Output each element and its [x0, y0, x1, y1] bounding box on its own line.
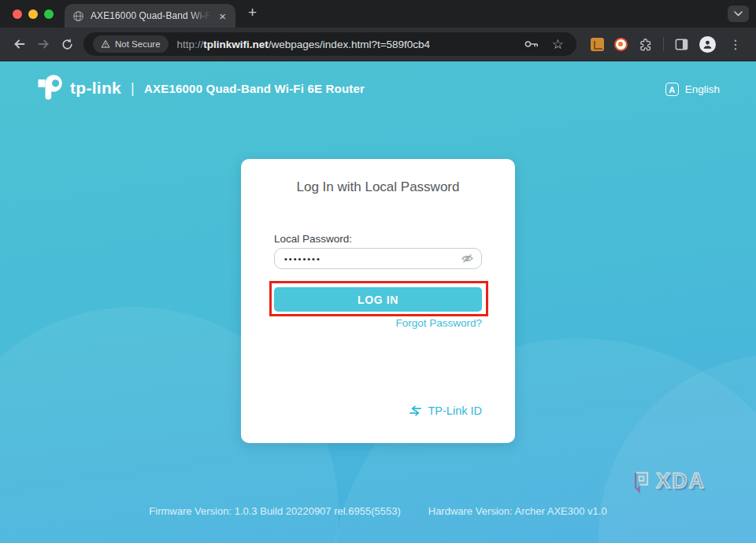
maximize-window-button[interactable] — [44, 9, 54, 19]
globe-favicon-icon — [72, 10, 84, 22]
not-secure-chip[interactable]: Not Secure — [93, 35, 169, 53]
password-input[interactable] — [274, 248, 482, 269]
extension-amber-icon[interactable] — [591, 38, 604, 51]
xda-watermark-text: XDA — [656, 469, 706, 493]
forgot-password-link[interactable]: Forgot Password? — [395, 317, 482, 329]
browser-toolbar: Not Secure http://tplinkwifi.net/webpage… — [0, 28, 756, 61]
url-text: http://tplinkwifi.net/webpages/index.htm… — [177, 39, 522, 50]
tab-title: AXE16000 Quad-Band Wi-Fi — [91, 10, 211, 21]
back-icon[interactable] — [8, 32, 32, 56]
url-domain: tplinkwifi.net — [203, 39, 269, 50]
language-icon: A — [665, 83, 679, 96]
kebab-menu-icon[interactable]: ⋮ — [726, 37, 745, 52]
tp-link-id-label: TP-Link ID — [428, 404, 483, 417]
brand-wordmark: tp-link — [70, 79, 121, 98]
page-header: tp-link | AXE16000 Quad-Band Wi-Fi 6E Ro… — [36, 74, 365, 102]
tp-link-logo-icon — [36, 74, 65, 102]
language-selector[interactable]: A English — [665, 83, 720, 96]
brand-separator: | — [131, 79, 135, 97]
new-tab-icon[interactable]: + — [248, 1, 257, 24]
url-path: /webpages/index.html?t=589f0cb4 — [269, 39, 430, 50]
router-login-page: tp-link | AXE16000 Quad-Band Wi-Fi 6E Ro… — [0, 61, 756, 543]
product-name: AXE16000 Quad-Band Wi-Fi 6E Router — [144, 82, 365, 95]
login-card-title: Log In with Local Password — [241, 179, 515, 195]
extension-red-ring-icon[interactable] — [614, 38, 628, 51]
tab-close-icon[interactable]: × — [217, 10, 228, 22]
password-key-icon[interactable] — [524, 39, 539, 50]
extensions-puzzle-icon[interactable] — [638, 37, 653, 52]
xda-watermark: XDA — [632, 469, 706, 493]
eye-slash-icon[interactable] — [461, 252, 474, 265]
log-in-button[interactable]: LOG IN — [274, 287, 482, 312]
side-panel-icon[interactable] — [674, 37, 689, 52]
xda-logo-icon — [632, 470, 652, 493]
forward-icon[interactable] — [32, 32, 55, 56]
firmware-version: Firmware Version: 1.0.3 Build 20220907 r… — [149, 505, 400, 517]
page-footer: Firmware Version: 1.0.3 Build 20220907 r… — [0, 505, 756, 517]
hardware-version: Hardware Version: Archer AXE300 v1.0 — [428, 505, 607, 517]
swap-arrows-icon — [409, 405, 422, 416]
reload-icon[interactable] — [55, 32, 79, 56]
minimize-window-button[interactable] — [28, 9, 38, 19]
password-field-wrap — [274, 248, 482, 269]
password-label: Local Password: — [274, 233, 352, 245]
close-window-button[interactable] — [13, 9, 22, 19]
not-secure-label: Not Secure — [115, 39, 161, 49]
toolbar-divider — [663, 37, 664, 51]
tab-strip: AXE16000 Quad-Band Wi-Fi × + — [0, 0, 756, 28]
tp-link-id-link[interactable]: TP-Link ID — [409, 404, 483, 417]
language-label: English — [685, 83, 720, 95]
login-card: Log In with Local Password Local Passwor… — [241, 159, 515, 443]
profile-avatar-icon[interactable] — [699, 36, 716, 53]
address-bar[interactable]: Not Secure http://tplinkwifi.net/webpage… — [83, 32, 576, 56]
url-scheme: http:// — [177, 39, 204, 50]
bookmark-star-icon[interactable]: ☆ — [549, 36, 567, 53]
browser-tab[interactable]: AXE16000 Quad-Band Wi-Fi × — [65, 4, 235, 28]
window-controls — [0, 0, 65, 28]
tab-search-chevron-down-icon[interactable] — [728, 6, 749, 22]
warning-icon — [101, 39, 110, 49]
